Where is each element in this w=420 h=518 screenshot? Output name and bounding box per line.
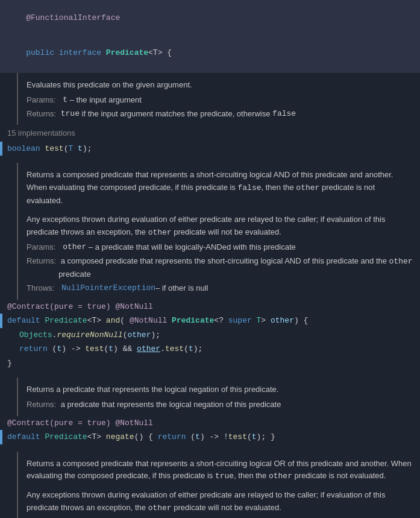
param-t: t (58, 94, 67, 107)
negate-annotations: @Contract(pure = true) @NotNull (0, 416, 420, 431)
and-body-line1: Objects.requireNonNull(other); (0, 328, 420, 343)
editor-container: @FunctionalInterface public interface Pr… (0, 0, 420, 518)
and-blue-marker (0, 314, 2, 328)
space (73, 144, 78, 153)
negate-returns-text: a predicate that represents the logical … (58, 399, 281, 411)
impl-count: 15 implementations (0, 125, 420, 142)
test-doc-text1: Evaluates this predicate on the given ar… (27, 79, 413, 92)
test-doc-section: Evaluates this predicate on the given ar… (0, 73, 420, 125)
and-doc-bar (17, 163, 18, 299)
and-param-desc: – a predicate that will be logically-AND… (86, 241, 296, 254)
punc-test-close: ); (83, 144, 92, 153)
or-doc-bar (17, 452, 18, 518)
negate-returns-label: Returns: (27, 399, 56, 411)
and-notnull-ann: @NotNull (115, 302, 152, 311)
returns-label: Returns: (27, 108, 56, 121)
or-doc-text2: Any exceptions thrown during evaluation … (27, 489, 413, 515)
returns-text: if the input argument matches the predic… (80, 108, 272, 121)
and-contract-ann: @Contract(pure = true) (7, 302, 111, 311)
params-label: Params: (27, 94, 55, 107)
and-throws-label: Throws: (27, 282, 54, 295)
test-method-line: boolean test(T t); (0, 142, 420, 156)
or-doc-section: Returns a composed predicate that repres… (0, 452, 420, 518)
negate-blue-marker (0, 430, 2, 444)
method-and: and (106, 316, 120, 325)
and-params-label: Params: (27, 241, 55, 254)
header-annotation-line: @FunctionalInterface (0, 0, 420, 36)
param-other-and: other (271, 316, 294, 325)
kw-default-and: default (7, 316, 45, 325)
negate-doc-text1: Returns a predicate that represents the … (27, 384, 413, 396)
param-t-code: t (78, 144, 83, 153)
method-test: test (45, 144, 63, 153)
negate-doc-bar (17, 377, 18, 416)
test-blue-marker (0, 142, 2, 156)
negate-notnull-ann: @NotNull (115, 419, 152, 428)
keyword-interface: interface (59, 48, 106, 57)
type-predicate: Predicate (106, 48, 148, 57)
negate-doc-section: Returns a predicate that represents the … (0, 377, 420, 416)
keyword-public: public (26, 48, 59, 57)
punc-generic: <T> { (148, 48, 172, 57)
and-doc-section: Returns a composed predicate that repres… (0, 163, 420, 299)
and-doc-text1: Returns a composed predicate that repres… (27, 169, 413, 207)
negate-contract-ann: @Contract(pure = true) (7, 419, 111, 428)
and-close-brace: } (0, 356, 420, 371)
type-pred-and: Predicate (45, 316, 87, 325)
and-doc-returns: Returns: a composed predicate that repre… (27, 255, 413, 281)
negate-doc-returns: Returns: a predicate that represents the… (27, 399, 413, 411)
and-body-line2: return (t) -> test(t) && other.test(t); (0, 342, 420, 356)
and-doc-throws: Throws: NullPointerException – if other … (27, 282, 413, 295)
and-throws-text: – if other is null (155, 282, 208, 295)
and-annotations: @Contract(pure = true) @NotNull (0, 300, 420, 314)
header-declaration-line: public interface Predicate<T> { (0, 36, 420, 74)
annotation-text: @FunctionalInterface (26, 13, 120, 22)
and-returns-label: Returns: (27, 255, 56, 268)
param-t-desc: – the input argument (67, 94, 142, 107)
and-doc-text2: Any exceptions thrown during evaluation … (27, 213, 413, 239)
and-doc-params: Params: other – a predicate that will be… (27, 241, 413, 254)
test-doc-returns: Returns: true if the input argument matc… (27, 108, 413, 121)
returns-true: true (61, 108, 80, 121)
returns-false: false (272, 108, 296, 121)
and-param-other: other (58, 241, 86, 254)
and-returns-text: a composed predicate that represents the… (58, 255, 413, 281)
keyword-boolean: boolean (7, 144, 45, 153)
and-throws-link: NullPointerException (57, 282, 155, 295)
negate-method-line: default Predicate<T> negate() { return (… (0, 430, 420, 444)
or-doc-text1: Returns a composed predicate that repres… (27, 458, 413, 484)
test-doc-params: Params: t – the input argument (27, 94, 413, 107)
and-method-line: default Predicate<T> and( @NotNull Predi… (0, 314, 420, 328)
test-doc-bar (17, 73, 18, 125)
